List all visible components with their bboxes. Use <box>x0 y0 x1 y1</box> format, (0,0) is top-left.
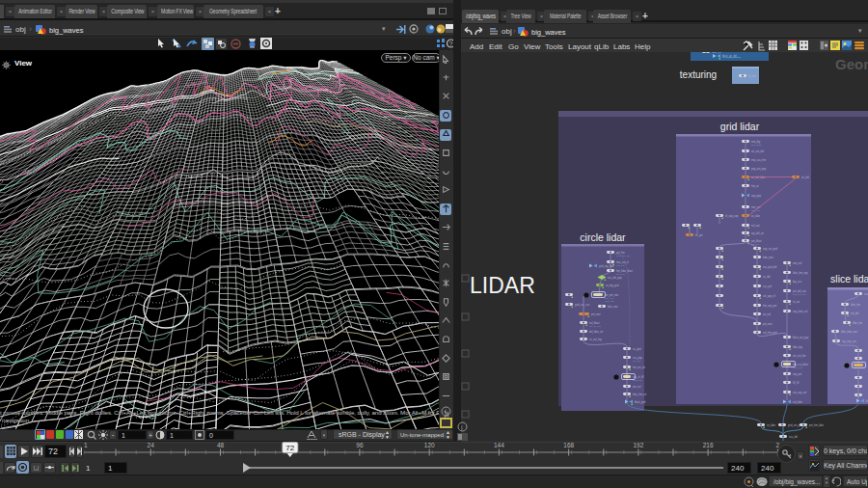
svg-text:i: i <box>461 424 463 431</box>
svg-text:hm_set_atr: hm_set_atr <box>633 366 645 369</box>
svg-text:pop_out_pop: pop_out_pop <box>751 167 767 171</box>
svg-text:grid_blast: grid_blast <box>751 144 762 147</box>
svg-text:sca_pop: sca_pop <box>616 273 626 276</box>
svg-text:del_lidar_atr: del_lidar_atr <box>589 330 603 334</box>
svg-text:pnt_hm_lake: pnt_hm_lake <box>809 423 824 427</box>
svg-text:uv_big_grid: uv_big_grid <box>606 284 619 287</box>
svg-text:nul_lake: nul_lake <box>793 400 802 404</box>
svg-text:circle lidar: circle lidar <box>580 231 626 243</box>
svg-text:xf_out: xf_out <box>793 300 800 304</box>
svg-text:i: i <box>445 408 447 415</box>
svg-text:lidar_hm: lidar_hm <box>853 321 862 325</box>
svg-text:144: 144 <box>494 442 504 448</box>
svg-text:sca_sca_mat: sca_sca_mat <box>864 292 868 296</box>
svg-text:vop_hm: vop_hm <box>616 264 625 267</box>
svg-text:atr_del: atr_del <box>801 176 809 179</box>
svg-text:fill_pnt: fill_pnt <box>695 233 703 237</box>
svg-text:uv_del: uv_del <box>763 275 771 279</box>
svg-text:ray_vop_sca: ray_vop_sca <box>842 339 856 343</box>
svg-text:nul_del: nul_del <box>851 312 859 315</box>
svg-text:72: 72 <box>285 444 294 452</box>
svg-text:96: 96 <box>356 442 364 448</box>
svg-text:LIDAR: LIDAR <box>470 273 535 298</box>
svg-text:lidar_nul: lidar_nul <box>712 52 721 54</box>
svg-text:atr_out_del: atr_out_del <box>751 149 764 153</box>
svg-text:lidar_mat: lidar_mat <box>763 256 773 259</box>
svg-text:vop_lake_big: vop_lake_big <box>616 255 631 258</box>
svg-text:uv_lake: uv_lake <box>751 214 760 218</box>
svg-text:lake_mat: lake_mat <box>608 305 618 309</box>
svg-text:slice lidar: slice lidar <box>830 273 868 285</box>
svg-text:blast_grid: blast_grid <box>635 400 646 404</box>
svg-text:xf_vop_vop: xf_vop_vop <box>725 214 739 218</box>
svg-text:mat_sca_hm: mat_sca_hm <box>751 158 766 162</box>
svg-text:atr_lake: atr_lake <box>633 360 641 363</box>
svg-text:24: 24 <box>148 442 155 448</box>
svg-text:fill_fill: fill_fill <box>793 381 800 385</box>
svg-text:set_fill_pop: set_fill_pop <box>589 325 602 328</box>
svg-text:sca_pnt: sca_pnt <box>763 285 772 288</box>
svg-text:lidar_hm: lidar_hm <box>851 303 860 307</box>
svg-text:48: 48 <box>217 442 225 448</box>
svg-text:vop_pop: vop_pop <box>751 195 762 198</box>
svg-text:out_grid_del: out_grid_del <box>763 265 777 269</box>
svg-text:lake_hm_atr: lake_hm_atr <box>633 393 646 396</box>
svg-text:atr_nul: atr_nul <box>763 312 771 316</box>
svg-text:lake_hm_vop: lake_hm_vop <box>793 271 808 275</box>
svg-text:lidar_mat: lidar_mat <box>605 300 614 303</box>
svg-text:hm_vop_pnt: hm_vop_pnt <box>763 304 777 308</box>
svg-text:Geometry: Geometry <box>835 56 868 72</box>
svg-text:uv_lidar: uv_lidar <box>767 423 775 427</box>
svg-text:sca_del_pop: sca_del_pop <box>608 276 622 280</box>
svg-text:1: 1 <box>84 442 88 448</box>
svg-text:ray_del_atr: ray_del_atr <box>751 231 764 235</box>
svg-text:uv_grid: uv_grid <box>633 347 641 351</box>
svg-text:fill_hm: fill_hm <box>748 74 756 78</box>
svg-text:set_pop_xf: set_pop_xf <box>763 294 775 298</box>
svg-text:pnt_nul: pnt_nul <box>633 385 641 389</box>
svg-text:hm_uv: hm_uv <box>751 184 759 188</box>
svg-text:W_of_big_filtered: W_of_big_filtered <box>722 56 741 59</box>
svg-text:grid_sca_sca: grid_sca_sca <box>575 303 590 307</box>
svg-text:120: 120 <box>424 442 435 448</box>
svg-text:216: 216 <box>703 442 714 448</box>
svg-text:lidar_big: lidar_big <box>793 345 802 349</box>
svg-text:grid lidar: grid lidar <box>720 121 760 132</box>
svg-text:lidar_lidar_mat: lidar_lidar_mat <box>841 330 857 334</box>
svg-text:mat_nul: mat_nul <box>793 261 802 265</box>
svg-text:pnt_mat: pnt_mat <box>591 312 601 316</box>
svg-text:sca_del: sca_del <box>789 435 798 439</box>
svg-text:168: 168 <box>563 442 574 448</box>
svg-text:vop_set_grid: vop_set_grid <box>763 247 777 251</box>
svg-text:pnt_mat: pnt_mat <box>763 322 773 326</box>
svg-text:?: ? <box>449 41 453 47</box>
svg-text:192: 192 <box>633 442 643 448</box>
svg-text:vop_pnt: vop_pnt <box>793 372 802 376</box>
svg-text:blast_nul_pop: blast_nul_pop <box>793 336 809 339</box>
svg-text:mat_out_pnt: mat_out_pnt <box>793 293 806 296</box>
svg-text:texturing: texturing <box>680 69 717 80</box>
svg-text:big_sca: big_sca <box>793 280 801 284</box>
svg-text:grid_ray_lidar: grid_ray_lidar <box>599 264 614 268</box>
svg-text:nul_out: nul_out <box>751 224 760 228</box>
svg-text:set_set_hm: set_set_hm <box>793 354 805 358</box>
svg-text:blast_hm: blast_hm <box>633 379 642 382</box>
svg-text:uv_out_big: uv_out_big <box>589 338 602 341</box>
svg-text:vop_lake_nul: vop_lake_nul <box>793 310 808 313</box>
svg-text:out_vop_out: out_vop_out <box>793 391 807 394</box>
